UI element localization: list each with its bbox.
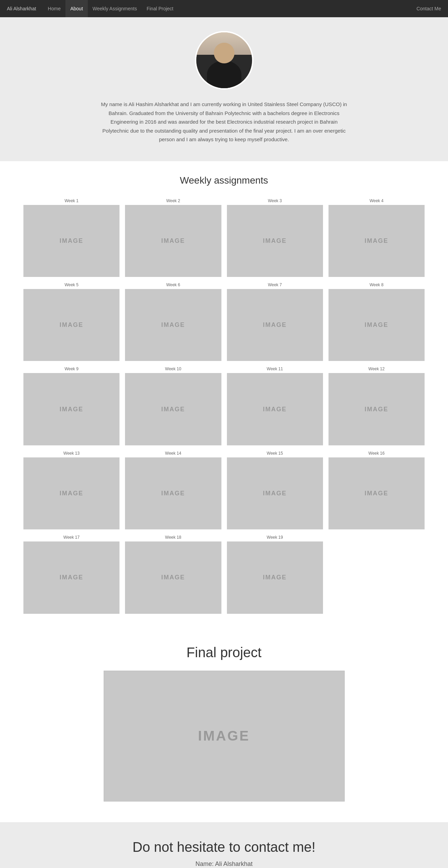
week-cell[interactable]: Week 19IMAGE xyxy=(224,533,326,617)
week-label: Week 5 xyxy=(23,282,119,287)
week-cell[interactable]: Week 16IMAGE xyxy=(326,449,427,533)
week-cell[interactable]: Week 5IMAGE xyxy=(21,280,122,364)
final-image-wrap: IMAGE xyxy=(104,671,345,802)
nav-link-home[interactable]: Home xyxy=(43,0,65,17)
week-image-placeholder: IMAGE xyxy=(125,373,221,445)
week-label: Week 15 xyxy=(227,451,323,456)
contact-name: Name: Ali Alsharkhat xyxy=(7,860,441,868)
hero-section: My name is Ali Hashim Alsharkhat and I a… xyxy=(0,17,448,161)
hero-bio: My name is Ali Hashim Alsharkhat and I a… xyxy=(98,100,350,144)
week-label: Week 2 xyxy=(125,198,221,203)
weekly-grid: Week 1IMAGEWeek 2IMAGEWeek 3IMAGEWeek 4I… xyxy=(21,196,427,617)
nav-brand: Ali Alsharkhat xyxy=(7,6,36,11)
week-image-placeholder: IMAGE xyxy=(23,541,119,613)
week-label: Week 14 xyxy=(125,451,221,456)
week-label: Week 8 xyxy=(329,282,425,287)
week-image-placeholder: IMAGE xyxy=(329,457,425,529)
week-cell[interactable]: Week 14IMAGE xyxy=(122,449,224,533)
week-cell[interactable]: Week 11IMAGE xyxy=(224,364,326,448)
week-label: Week 11 xyxy=(227,366,323,371)
week-cell[interactable]: Week 17IMAGE xyxy=(21,533,122,617)
week-image-placeholder: IMAGE xyxy=(227,205,323,277)
week-label: Week 4 xyxy=(329,198,425,203)
week-cell[interactable]: Week 12IMAGE xyxy=(326,364,427,448)
week-image-placeholder: IMAGE xyxy=(227,457,323,529)
avatar-image xyxy=(196,32,252,88)
nav-link-weekly-assignments[interactable]: Weekly Assignments xyxy=(88,0,142,17)
week-cell[interactable]: Week 1IMAGE xyxy=(21,196,122,280)
week-image-placeholder: IMAGE xyxy=(23,373,119,445)
nav-link-final-project[interactable]: Final Project xyxy=(142,0,178,17)
week-image-placeholder: IMAGE xyxy=(23,457,119,529)
week-label: Week 13 xyxy=(23,451,119,456)
avatar xyxy=(195,31,253,90)
week-image-placeholder: IMAGE xyxy=(227,373,323,445)
week-cell[interactable]: Week 7IMAGE xyxy=(224,280,326,364)
week-image-placeholder: IMAGE xyxy=(125,289,221,361)
week-label: Week 6 xyxy=(125,282,221,287)
week-label: Week 9 xyxy=(23,366,119,371)
final-section: Final project IMAGE xyxy=(0,631,448,822)
week-cell[interactable]: Week 9IMAGE xyxy=(21,364,122,448)
week-label: Week 10 xyxy=(125,366,221,371)
week-image-placeholder: IMAGE xyxy=(329,289,425,361)
week-cell[interactable]: Week 4IMAGE xyxy=(326,196,427,280)
week-image-placeholder: IMAGE xyxy=(125,457,221,529)
week-label: Week 1 xyxy=(23,198,119,203)
final-title: Final project xyxy=(21,645,427,660)
week-cell[interactable]: Week 2IMAGE xyxy=(122,196,224,280)
week-image-placeholder: IMAGE xyxy=(125,205,221,277)
week-label: Week 19 xyxy=(227,535,323,540)
contact-section: Do not hesitate to contact me! Name: Ali… xyxy=(0,822,448,868)
contact-me-link[interactable]: Contact Me xyxy=(416,6,441,11)
final-image-placeholder: IMAGE xyxy=(104,671,345,802)
nav-link-about[interactable]: About xyxy=(65,0,88,17)
week-cell[interactable]: Week 13IMAGE xyxy=(21,449,122,533)
week-image-placeholder: IMAGE xyxy=(23,289,119,361)
week-image-placeholder: IMAGE xyxy=(329,205,425,277)
contact-title: Do not hesitate to contact me! xyxy=(7,839,441,855)
week-label: Week 3 xyxy=(227,198,323,203)
week-label: Week 17 xyxy=(23,535,119,540)
week-cell[interactable]: Week 6IMAGE xyxy=(122,280,224,364)
week-cell[interactable]: Week 18IMAGE xyxy=(122,533,224,617)
week-image-placeholder: IMAGE xyxy=(227,541,323,613)
week-cell[interactable]: Week 10IMAGE xyxy=(122,364,224,448)
week-cell[interactable]: Week 15IMAGE xyxy=(224,449,326,533)
week-image-placeholder: IMAGE xyxy=(227,289,323,361)
week-image-placeholder: IMAGE xyxy=(125,541,221,613)
week-label: Week 12 xyxy=(329,366,425,371)
week-label: Week 7 xyxy=(227,282,323,287)
week-image-placeholder: IMAGE xyxy=(23,205,119,277)
week-image-placeholder: IMAGE xyxy=(329,373,425,445)
nav-links: HomeAboutWeekly AssignmentsFinal Project xyxy=(43,0,417,17)
week-cell[interactable]: Week 3IMAGE xyxy=(224,196,326,280)
navbar: Ali Alsharkhat HomeAboutWeekly Assignmen… xyxy=(0,0,448,17)
weekly-section: Weekly assignments Week 1IMAGEWeek 2IMAG… xyxy=(0,161,448,631)
week-cell[interactable]: Week 8IMAGE xyxy=(326,280,427,364)
week-label: Week 16 xyxy=(329,451,425,456)
week-label: Week 18 xyxy=(125,535,221,540)
weekly-title: Weekly assignments xyxy=(21,175,427,186)
